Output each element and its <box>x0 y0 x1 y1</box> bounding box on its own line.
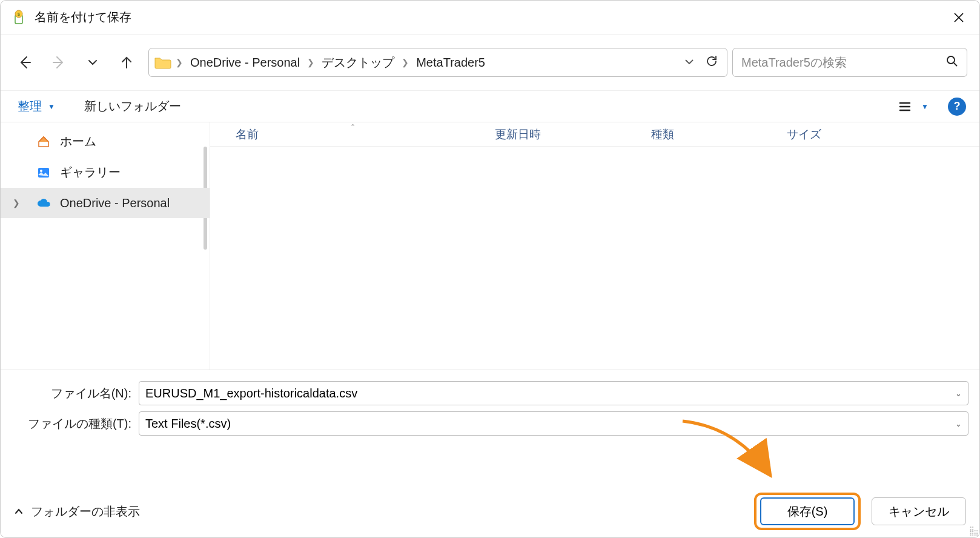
hide-folders-toggle[interactable]: フォルダーの非表示 <box>14 503 140 520</box>
resize-grip[interactable]: ⠿⠿⠿ <box>969 528 978 536</box>
filetype-label: ファイルの種類(T): <box>12 416 139 432</box>
navigation-sidebar: ホーム ギャラリー ❯ OneDrive - Personal <box>1 122 210 370</box>
breadcrumb-item[interactable]: MetaTrader5 <box>412 53 489 72</box>
refresh-button[interactable] <box>705 55 718 71</box>
sidebar-item-gallery[interactable]: ギャラリー <box>1 157 210 188</box>
column-header-date[interactable]: 更新日時 <box>495 127 651 142</box>
back-button[interactable] <box>15 53 35 72</box>
folder-icon <box>154 55 172 70</box>
chevron-right-icon[interactable]: ❯ <box>176 58 183 67</box>
search-input[interactable] <box>741 56 940 70</box>
save-button[interactable]: 保存(S) <box>760 497 855 525</box>
chevron-right-icon[interactable]: ❯ <box>307 58 314 67</box>
svg-point-3 <box>947 56 955 64</box>
app-icon: $ <box>10 9 27 26</box>
expand-chevron-icon[interactable]: ❯ <box>13 198 20 208</box>
home-icon <box>36 134 51 150</box>
breadcrumb-item[interactable]: デスクトップ <box>318 52 398 73</box>
up-button[interactable] <box>117 53 136 72</box>
forward-button[interactable] <box>49 53 68 72</box>
chevron-down-icon[interactable]: ⌄ <box>949 419 962 428</box>
view-options[interactable]: ▼ <box>893 98 933 116</box>
sidebar-item-label: ホーム <box>60 133 96 150</box>
filetype-value: Text Files(*.csv) <box>145 417 949 431</box>
column-header-type[interactable]: 種類 <box>651 127 787 142</box>
column-header-size[interactable]: サイズ <box>787 127 979 142</box>
chevron-down-icon[interactable]: ⌄ <box>949 389 962 398</box>
filename-combo[interactable]: ⌄ <box>139 381 968 405</box>
filename-input[interactable] <box>145 387 949 400</box>
recent-dropdown[interactable] <box>83 53 102 72</box>
sidebar-item-label: OneDrive - Personal <box>60 196 170 210</box>
organize-menu[interactable]: 整理 ▼ <box>14 96 59 117</box>
sort-asc-icon: ⌃ <box>350 123 356 131</box>
annotation-highlight: 保存(S) <box>754 493 861 530</box>
file-list[interactable]: ⌃ 名前 更新日時 種類 サイズ <box>210 122 979 370</box>
sidebar-item-label: ギャラリー <box>60 164 121 181</box>
cloud-icon <box>36 195 51 211</box>
help-button[interactable]: ? <box>948 98 966 116</box>
chevron-down-icon: ▼ <box>921 102 929 111</box>
sidebar-item-home[interactable]: ホーム <box>1 126 210 157</box>
svg-text:$: $ <box>18 12 20 17</box>
search-box[interactable] <box>732 48 967 77</box>
window-title: 名前を付けて保存 <box>35 9 943 25</box>
filetype-combo[interactable]: Text Files(*.csv) ⌄ <box>139 411 968 436</box>
chevron-right-icon[interactable]: ❯ <box>402 58 409 67</box>
chevron-up-icon <box>14 506 24 516</box>
list-view-icon <box>898 100 912 113</box>
gallery-icon <box>36 165 51 181</box>
svg-point-5 <box>40 170 42 172</box>
column-header-name[interactable]: ⌃ 名前 <box>210 127 495 142</box>
history-dropdown[interactable] <box>684 56 694 70</box>
cancel-button[interactable]: キャンセル <box>872 497 966 525</box>
new-folder-button[interactable]: 新しいフォルダー <box>81 96 185 117</box>
close-button[interactable] <box>943 5 975 30</box>
search-icon[interactable] <box>946 55 958 70</box>
filename-label: ファイル名(N): <box>12 385 139 402</box>
address-bar[interactable]: ❯ OneDrive - Personal ❯ デスクトップ ❯ MetaTra… <box>148 48 727 77</box>
sidebar-item-onedrive[interactable]: ❯ OneDrive - Personal <box>1 188 210 218</box>
chevron-down-icon: ▼ <box>48 102 55 111</box>
breadcrumb-item[interactable]: OneDrive - Personal <box>187 53 303 72</box>
